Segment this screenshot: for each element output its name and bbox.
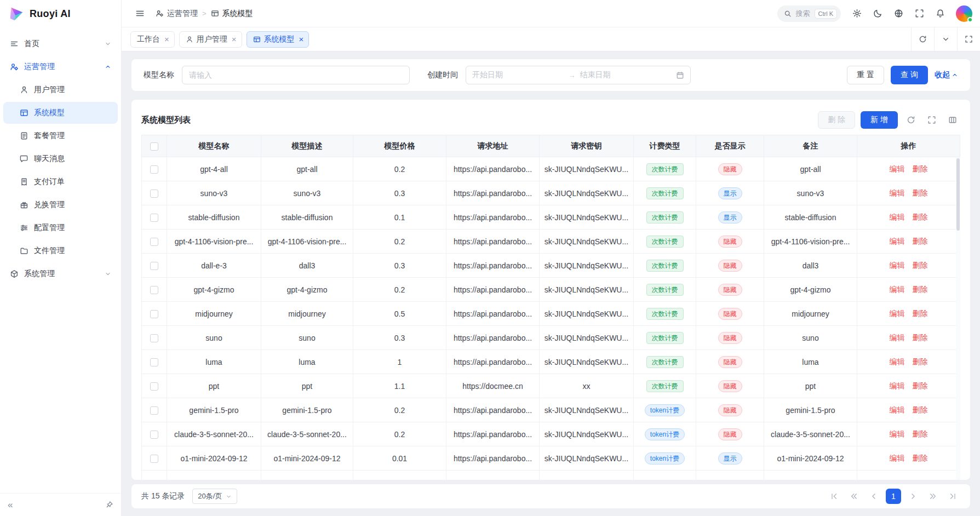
sidebar-item-folder[interactable]: 文件管理 (3, 240, 118, 262)
sidebar-item-config[interactable]: 配置管理 (3, 217, 118, 239)
tab-user[interactable]: 用户管理× (179, 31, 242, 48)
reset-button[interactable]: 重 置 (847, 66, 884, 84)
tab-bar: 工作台×用户管理×系统模型× (122, 27, 980, 51)
model-name-input[interactable] (182, 66, 410, 84)
page-size-select[interactable]: 20条/页 (192, 489, 237, 504)
cell-model-desc: gpt-4-1106-vision-pre... (261, 230, 353, 254)
sidebar-item-package[interactable]: 套餐管理 (3, 125, 118, 147)
sidebar-item-user[interactable]: 用户管理 (3, 79, 118, 101)
row-checkbox[interactable] (150, 286, 158, 294)
row-checkbox[interactable] (150, 238, 158, 246)
edit-link[interactable]: 编辑 (890, 454, 905, 462)
table-scrollbar[interactable] (956, 157, 960, 480)
edit-link[interactable]: 编辑 (890, 285, 905, 294)
next-page-button[interactable] (906, 489, 921, 504)
delete-link[interactable]: 删除 (913, 429, 928, 438)
refresh-page-button[interactable] (911, 27, 934, 51)
edit-link[interactable]: 编辑 (890, 237, 905, 245)
edit-link[interactable]: 编辑 (890, 164, 905, 173)
model-icon (20, 108, 28, 117)
theme-toggle-button[interactable] (868, 4, 887, 23)
search-icon (784, 10, 792, 18)
collapse-filter-link[interactable]: 收起 (935, 70, 958, 80)
row-checkbox[interactable] (150, 310, 158, 318)
breadcrumb-item-operation[interactable]: 运营管理 (156, 9, 198, 19)
edit-link[interactable]: 编辑 (890, 429, 905, 438)
content-fullscreen-button[interactable] (957, 27, 980, 51)
batch-delete-button[interactable]: 删 除 (818, 111, 855, 129)
avatar[interactable] (956, 5, 972, 22)
fullscreen-button[interactable] (910, 4, 929, 23)
filter-actions: 重 置 查 询 收起 (847, 66, 958, 84)
row-checkbox[interactable] (150, 382, 158, 391)
sidebar-item-payment[interactable]: 支付订单 (3, 171, 118, 193)
column-settings-button[interactable] (945, 112, 960, 128)
row-checkbox[interactable] (150, 358, 158, 366)
sidebar-item-system[interactable]: 系统管理 (3, 263, 118, 285)
delete-link[interactable]: 删除 (913, 188, 928, 197)
forward-5-pages-button[interactable] (925, 489, 941, 504)
row-checkbox[interactable] (150, 262, 158, 270)
pin-icon[interactable] (105, 501, 113, 509)
delete-link[interactable]: 删除 (913, 381, 928, 390)
sidebar-collapse-button[interactable]: « (8, 500, 13, 509)
delete-link[interactable]: 删除 (913, 357, 928, 366)
edit-link[interactable]: 编辑 (890, 333, 905, 342)
display-state-badge: 隐藏 (718, 236, 742, 248)
sidebar-toggle-button[interactable] (130, 4, 149, 23)
previous-page-button[interactable] (866, 489, 881, 504)
sidebar-item-model[interactable]: 系统模型 (3, 102, 118, 124)
delete-link[interactable]: 删除 (913, 333, 928, 342)
row-checkbox[interactable] (150, 431, 158, 439)
add-button[interactable]: 新 增 (861, 111, 898, 129)
current-page-button[interactable]: 1 (886, 489, 901, 504)
close-icon[interactable]: × (232, 35, 237, 43)
row-checkbox[interactable] (150, 190, 158, 198)
first-page-button[interactable] (827, 489, 842, 504)
table-fullscreen-button[interactable] (924, 112, 939, 128)
row-checkbox[interactable] (150, 165, 158, 174)
tab-model[interactable]: 系统模型× (247, 31, 310, 48)
last-page-button[interactable] (945, 489, 960, 504)
edit-link[interactable]: 编辑 (890, 309, 905, 318)
edit-link[interactable]: 编辑 (890, 213, 905, 221)
delete-link[interactable]: 删除 (913, 405, 928, 414)
sidebar-item-home[interactable]: 首页 (3, 33, 118, 55)
refresh-table-button[interactable] (903, 112, 919, 128)
date-range-picker[interactable]: 开始日期 → 结束日期 (466, 66, 691, 84)
tab-workbench[interactable]: 工作台× (130, 31, 175, 48)
select-all-checkbox[interactable] (150, 142, 158, 151)
settings-button[interactable] (847, 4, 866, 23)
row-checkbox[interactable] (150, 406, 158, 415)
edit-link[interactable]: 编辑 (890, 405, 905, 414)
edit-link[interactable]: 编辑 (890, 357, 905, 366)
tab-menu-button[interactable] (934, 27, 957, 51)
row-checkbox[interactable] (150, 455, 158, 463)
cell-request-url: https://api.pandarobo... (446, 254, 540, 278)
edit-link[interactable]: 编辑 (890, 188, 905, 197)
notifications-button[interactable] (931, 4, 949, 23)
sidebar-item-redeem[interactable]: 兑换管理 (3, 194, 118, 216)
delete-link[interactable]: 删除 (913, 309, 928, 318)
breadcrumb-item-model[interactable]: 系统模型 (211, 9, 253, 19)
back-5-pages-button[interactable] (846, 489, 862, 504)
close-icon[interactable]: × (164, 35, 169, 43)
query-button[interactable]: 查 询 (891, 66, 928, 84)
scrollbar-thumb[interactable] (956, 158, 960, 231)
row-checkbox[interactable] (150, 334, 158, 342)
close-icon[interactable]: × (299, 35, 304, 43)
delete-link[interactable]: 删除 (913, 261, 928, 270)
edit-link[interactable]: 编辑 (890, 381, 905, 390)
app-logo[interactable]: Ruoyi AI (0, 0, 121, 27)
delete-link[interactable]: 删除 (913, 454, 928, 462)
delete-link[interactable]: 删除 (913, 285, 928, 294)
sidebar-item-operation[interactable]: 运营管理 (3, 56, 118, 78)
global-search[interactable]: 搜索 Ctrl K (777, 5, 841, 22)
edit-link[interactable]: 编辑 (890, 261, 905, 270)
delete-link[interactable]: 删除 (913, 237, 928, 245)
sidebar-item-chat[interactable]: 聊天消息 (3, 148, 118, 170)
language-button[interactable] (889, 4, 908, 23)
delete-link[interactable]: 删除 (913, 164, 928, 173)
row-checkbox[interactable] (150, 214, 158, 222)
delete-link[interactable]: 删除 (913, 213, 928, 221)
